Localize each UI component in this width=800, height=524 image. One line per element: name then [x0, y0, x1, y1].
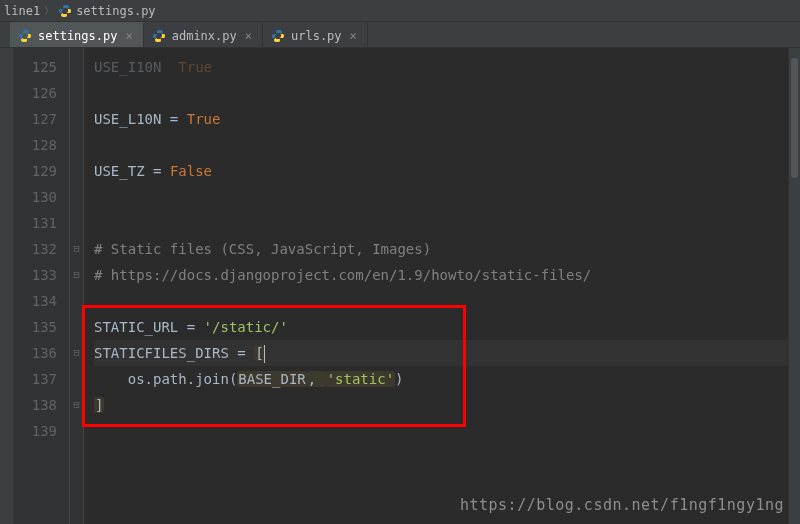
token: STATIC_URL — [94, 319, 178, 335]
token: = — [161, 111, 186, 127]
line-number: 137 — [14, 366, 57, 392]
breadcrumb-item[interactable]: settings.py — [58, 4, 155, 18]
python-file-icon — [18, 29, 32, 43]
code-line[interactable] — [94, 288, 800, 314]
fold-close-icon[interactable]: ⊟ — [71, 269, 82, 280]
breadcrumb-separator: 〉 — [44, 4, 54, 18]
code-line[interactable]: STATICFILES_DIRS = [ — [94, 340, 800, 366]
line-number: 136 — [14, 340, 57, 366]
token: . — [145, 371, 153, 387]
token: ) — [395, 371, 403, 387]
line-number: 129 — [14, 158, 57, 184]
line-number-gutter: 1251261271281291301311321331341351361371… — [14, 48, 70, 524]
editor[interactable]: 1251261271281291301311321331341351361371… — [0, 48, 800, 524]
token: # Static files (CSS, JavaScript, Images) — [94, 241, 431, 257]
text-caret — [264, 345, 265, 363]
token: # https://docs.djangoproject.com/en/1.9/… — [94, 267, 591, 283]
token: USE_I10N — [94, 59, 161, 75]
token: = — [229, 345, 254, 361]
editor-tab[interactable]: urls.py× — [263, 22, 368, 47]
tab-label: urls.py — [291, 29, 342, 43]
vertical-scrollbar[interactable] — [788, 48, 800, 524]
tab-label: settings.py — [38, 29, 117, 43]
code-line[interactable]: USE_I10N True — [94, 54, 800, 80]
token: path — [153, 371, 187, 387]
line-number: 126 — [14, 80, 57, 106]
code-line[interactable] — [94, 80, 800, 106]
left-tool-gutter — [0, 48, 14, 524]
token: STATICFILES_DIRS — [94, 345, 229, 361]
code-line[interactable]: # https://docs.djangoproject.com/en/1.9/… — [94, 262, 800, 288]
code-line[interactable]: USE_TZ = False — [94, 158, 800, 184]
token — [161, 59, 178, 75]
token: join — [195, 371, 229, 387]
token: , — [307, 371, 326, 387]
code-line[interactable] — [94, 210, 800, 236]
token: True — [178, 59, 212, 75]
tab-label: adminx.py — [172, 29, 237, 43]
line-number: 127 — [14, 106, 57, 132]
code-line[interactable]: os.path.join(BASE_DIR, 'static') — [94, 366, 800, 392]
token: . — [187, 371, 195, 387]
python-file-icon — [271, 29, 285, 43]
code-line[interactable] — [94, 418, 800, 444]
breadcrumb-label: settings.py — [76, 4, 155, 18]
editor-tab[interactable]: adminx.py× — [144, 22, 263, 47]
line-number: 131 — [14, 210, 57, 236]
line-number: 132 — [14, 236, 57, 262]
token: 'static' — [326, 371, 395, 387]
code-line[interactable]: USE_L10N = True — [94, 106, 800, 132]
code-line[interactable]: ] — [94, 392, 800, 418]
token: '/static/' — [204, 319, 288, 335]
token: USE_TZ — [94, 163, 145, 179]
fold-open-icon[interactable]: ⊟ — [71, 243, 82, 254]
token: = — [178, 319, 203, 335]
line-number: 125 — [14, 54, 57, 80]
code-line[interactable]: # Static files (CSS, JavaScript, Images) — [94, 236, 800, 262]
line-number: 134 — [14, 288, 57, 314]
token: False — [170, 163, 212, 179]
code-area[interactable]: USE_I10N TrueUSE_L10N = TrueUSE_TZ = Fal… — [84, 48, 800, 524]
python-file-icon — [152, 29, 166, 43]
line-number: 133 — [14, 262, 57, 288]
fold-close-icon[interactable]: ⊟ — [71, 399, 82, 410]
breadcrumb: line1 〉 settings.py — [0, 0, 800, 22]
code-line[interactable]: STATIC_URL = '/static/' — [94, 314, 800, 340]
close-icon[interactable]: × — [348, 29, 359, 43]
breadcrumb-item[interactable]: line1 — [4, 4, 40, 18]
close-icon[interactable]: × — [243, 29, 254, 43]
python-file-icon — [58, 4, 72, 18]
line-number: 139 — [14, 418, 57, 444]
code-line[interactable] — [94, 132, 800, 158]
token: os — [128, 371, 145, 387]
fold-gutter[interactable]: ⊟⊟⊟⊟ — [70, 48, 84, 524]
close-icon[interactable]: × — [123, 29, 134, 43]
token: USE_L10N — [94, 111, 161, 127]
token — [94, 371, 128, 387]
scrollbar-thumb[interactable] — [791, 58, 798, 178]
token: BASE_DIR — [237, 371, 306, 387]
line-number: 138 — [14, 392, 57, 418]
line-number: 128 — [14, 132, 57, 158]
line-number: 130 — [14, 184, 57, 210]
breadcrumb-label: line1 — [4, 4, 40, 18]
line-number: 135 — [14, 314, 57, 340]
token: ] — [94, 397, 104, 413]
editor-tabbar: settings.py×adminx.py×urls.py× — [0, 22, 800, 48]
token: = — [145, 163, 170, 179]
code-line[interactable] — [94, 184, 800, 210]
editor-tab[interactable]: settings.py× — [10, 22, 144, 47]
fold-open-icon[interactable]: ⊟ — [71, 347, 82, 358]
token: True — [187, 111, 221, 127]
